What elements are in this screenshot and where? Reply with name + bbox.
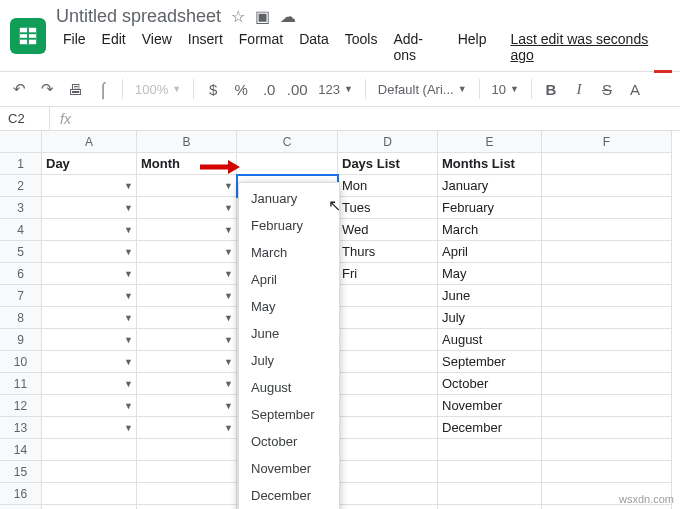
cell[interactable]: July: [438, 307, 542, 329]
italic-button[interactable]: I: [568, 78, 590, 100]
redo-button[interactable]: ↷: [36, 78, 58, 100]
dropdown-option[interactable]: September: [239, 401, 339, 428]
cell[interactable]: [338, 285, 438, 307]
cell[interactable]: ▼: [137, 395, 237, 417]
cell[interactable]: [542, 307, 672, 329]
cell[interactable]: ▼: [42, 241, 137, 263]
cell[interactable]: [542, 285, 672, 307]
data-validation-dropdown[interactable]: January February March April May June Ju…: [238, 182, 340, 509]
col-header-F[interactable]: F: [542, 131, 672, 153]
cell[interactable]: [542, 197, 672, 219]
cell[interactable]: [338, 373, 438, 395]
cell[interactable]: ▼: [42, 395, 137, 417]
cell[interactable]: [542, 395, 672, 417]
chevron-down-icon[interactable]: ▼: [224, 423, 233, 433]
cell[interactable]: Mon: [338, 175, 438, 197]
dropdown-option[interactable]: February: [239, 212, 339, 239]
cell[interactable]: ▼: [137, 285, 237, 307]
cell[interactable]: [438, 439, 542, 461]
star-icon[interactable]: ☆: [231, 7, 245, 26]
dropdown-option[interactable]: April: [239, 266, 339, 293]
bold-button[interactable]: B: [540, 78, 562, 100]
menu-view[interactable]: View: [135, 29, 179, 65]
chevron-down-icon[interactable]: ▼: [124, 313, 133, 323]
row-header[interactable]: 14: [0, 439, 42, 461]
cell[interactable]: ▼: [137, 417, 237, 439]
dropdown-option[interactable]: March: [239, 239, 339, 266]
row-header[interactable]: 7: [0, 285, 42, 307]
cell[interactable]: [338, 439, 438, 461]
chevron-down-icon[interactable]: ▼: [124, 247, 133, 257]
row-header[interactable]: 17: [0, 505, 42, 509]
cell[interactable]: May: [438, 263, 542, 285]
col-header-C[interactable]: C: [237, 131, 338, 153]
row-header[interactable]: 3: [0, 197, 42, 219]
spreadsheet-grid[interactable]: A B C D E F 1DayMonthDays ListMonths Lis…: [0, 131, 680, 509]
menu-format[interactable]: Format: [232, 29, 290, 65]
cell[interactable]: Wed: [338, 219, 438, 241]
doc-title[interactable]: Untitled spreadsheet: [56, 6, 221, 27]
cell[interactable]: [542, 153, 672, 175]
chevron-down-icon[interactable]: ▼: [124, 225, 133, 235]
cell[interactable]: [338, 417, 438, 439]
row-header[interactable]: 4: [0, 219, 42, 241]
cell[interactable]: [542, 439, 672, 461]
cell[interactable]: [42, 483, 137, 505]
row-header[interactable]: 9: [0, 329, 42, 351]
row-header[interactable]: 2: [0, 175, 42, 197]
cell[interactable]: [542, 417, 672, 439]
cell[interactable]: ▼: [42, 329, 137, 351]
decrease-decimal-button[interactable]: .0: [258, 78, 280, 100]
chevron-down-icon[interactable]: ▼: [124, 291, 133, 301]
row-header[interactable]: 5: [0, 241, 42, 263]
number-format-select[interactable]: 123▼: [314, 82, 357, 97]
move-icon[interactable]: ▣: [255, 7, 270, 26]
cell[interactable]: ▼: [42, 373, 137, 395]
cell[interactable]: [438, 505, 542, 509]
cell[interactable]: ▼: [42, 351, 137, 373]
cell[interactable]: February: [438, 197, 542, 219]
chevron-down-icon[interactable]: ▼: [224, 357, 233, 367]
row-header[interactable]: 12: [0, 395, 42, 417]
cell[interactable]: [438, 483, 542, 505]
chevron-down-icon[interactable]: ▼: [224, 313, 233, 323]
cell[interactable]: [42, 439, 137, 461]
cell[interactable]: Tues: [338, 197, 438, 219]
chevron-down-icon[interactable]: ▼: [124, 379, 133, 389]
dropdown-option[interactable]: December: [239, 482, 339, 509]
cell[interactable]: [542, 329, 672, 351]
chevron-down-icon[interactable]: ▼: [124, 357, 133, 367]
cell[interactable]: [542, 461, 672, 483]
menu-help[interactable]: Help: [451, 29, 494, 65]
chevron-down-icon[interactable]: ▼: [224, 401, 233, 411]
cell[interactable]: [438, 461, 542, 483]
cell[interactable]: [542, 263, 672, 285]
menu-tools[interactable]: Tools: [338, 29, 385, 65]
menu-edit[interactable]: Edit: [95, 29, 133, 65]
menu-data[interactable]: Data: [292, 29, 336, 65]
cell[interactable]: Days List: [338, 153, 438, 175]
cell[interactable]: December: [438, 417, 542, 439]
row-header[interactable]: 8: [0, 307, 42, 329]
cell[interactable]: ▼: [42, 263, 137, 285]
cell[interactable]: [542, 175, 672, 197]
row-header[interactable]: 6: [0, 263, 42, 285]
cell[interactable]: [542, 505, 672, 509]
cell[interactable]: ▼: [42, 417, 137, 439]
dropdown-option[interactable]: August: [239, 374, 339, 401]
dropdown-option[interactable]: May: [239, 293, 339, 320]
name-box[interactable]: C2: [0, 107, 50, 130]
cell[interactable]: Fri: [338, 263, 438, 285]
cell[interactable]: Day: [42, 153, 137, 175]
cell[interactable]: [42, 461, 137, 483]
cell[interactable]: ▼: [137, 241, 237, 263]
cell[interactable]: ▼: [42, 219, 137, 241]
last-edit-link[interactable]: Last edit was seconds ago: [503, 29, 670, 65]
chevron-down-icon[interactable]: ▼: [124, 181, 133, 191]
cell[interactable]: [42, 505, 137, 509]
cell[interactable]: [237, 153, 338, 175]
chevron-down-icon[interactable]: ▼: [224, 335, 233, 345]
cell[interactable]: ▼: [137, 219, 237, 241]
cell[interactable]: [338, 307, 438, 329]
cell[interactable]: March: [438, 219, 542, 241]
